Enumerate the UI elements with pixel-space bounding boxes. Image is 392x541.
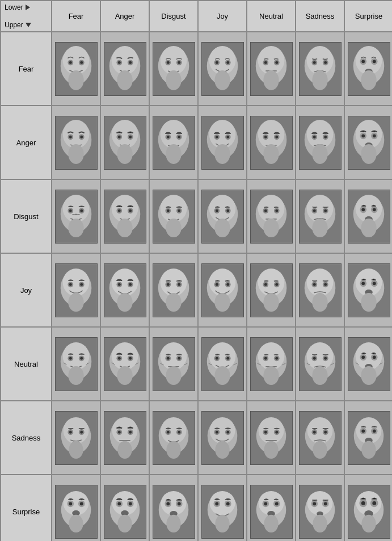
svg-point-150	[258, 195, 284, 223]
svg-point-247	[129, 357, 132, 359]
cell-disgust-sadness	[296, 179, 344, 253]
svg-point-138	[178, 209, 180, 212]
cell-surprise-joy	[198, 475, 247, 541]
svg-point-219	[313, 283, 315, 286]
svg-point-137	[166, 209, 169, 212]
svg-point-238	[68, 366, 83, 384]
svg-point-269	[214, 366, 230, 384]
svg-point-236	[69, 357, 71, 359]
cell-joy-anger	[100, 253, 149, 327]
svg-point-87	[215, 135, 218, 138]
svg-point-115	[361, 144, 376, 163]
svg-point-320	[117, 441, 132, 458]
svg-point-126	[111, 195, 138, 223]
svg-point-368	[69, 502, 72, 505]
svg-point-221	[312, 292, 327, 311]
svg-point-170	[361, 208, 365, 211]
cell-disgust-anger	[100, 179, 149, 253]
svg-point-162	[313, 209, 315, 212]
svg-point-395	[215, 502, 218, 505]
svg-point-288	[313, 357, 315, 359]
col-header-neutral: Neutral	[247, 1, 296, 32]
svg-point-248	[117, 366, 132, 384]
svg-point-397	[215, 514, 229, 532]
svg-point-89	[214, 144, 230, 163]
cell-neutral-surprise	[344, 327, 392, 401]
row-header-disgust: Disgust	[1, 179, 52, 253]
cell-sadness-anger	[100, 401, 149, 475]
col-header-sadness: Sadness	[296, 1, 344, 32]
cell-joy-fear	[52, 253, 100, 327]
emotion-grid: Lower Upper Fear Anger Disgust Joy Neutr…	[0, 0, 392, 541]
svg-point-256	[166, 357, 169, 359]
cell-fear-disgust	[149, 32, 198, 106]
cell-sadness-disgust	[149, 401, 198, 475]
row-header-neutral: Neutral	[1, 327, 52, 401]
svg-point-187	[117, 283, 120, 286]
svg-point-343	[275, 430, 278, 433]
svg-point-31	[214, 70, 230, 90]
svg-point-380	[117, 514, 132, 532]
cell-joy-sadness	[296, 253, 344, 327]
svg-point-145	[215, 209, 218, 212]
svg-point-189	[117, 292, 132, 311]
svg-point-246	[117, 357, 120, 359]
svg-point-377	[117, 502, 121, 505]
svg-point-353	[313, 441, 327, 458]
svg-point-415	[313, 514, 327, 532]
svg-point-131	[117, 218, 132, 237]
svg-point-134	[160, 195, 187, 223]
svg-point-121	[69, 209, 71, 212]
col-header-disgust: Disgust	[149, 1, 198, 32]
svg-point-371	[69, 514, 83, 532]
svg-point-208	[258, 269, 284, 296]
svg-point-64	[80, 135, 83, 138]
svg-point-421	[361, 501, 365, 505]
svg-point-6	[80, 61, 83, 64]
cell-anger-surprise	[344, 106, 392, 179]
svg-point-154	[275, 209, 278, 212]
col-header-anger: Anger	[100, 1, 149, 32]
corner-header: Lower Upper	[1, 1, 52, 32]
svg-point-173	[361, 218, 376, 237]
svg-point-301	[361, 366, 376, 384]
svg-point-264	[209, 342, 235, 370]
cell-joy-joy	[198, 253, 247, 327]
svg-point-80	[178, 135, 180, 138]
svg-point-334	[215, 430, 218, 433]
svg-point-38	[275, 61, 278, 64]
svg-point-147	[214, 218, 230, 237]
svg-point-7	[68, 70, 83, 90]
svg-point-230	[361, 292, 376, 311]
svg-point-278	[275, 357, 278, 359]
col-header-joy: Joy	[198, 1, 247, 32]
svg-point-163	[324, 209, 327, 212]
cell-anger-fear	[52, 106, 100, 179]
cell-joy-neutral	[247, 253, 296, 327]
svg-point-104	[313, 135, 315, 138]
svg-point-342	[264, 430, 267, 433]
svg-point-369	[79, 502, 83, 505]
svg-point-257	[178, 357, 180, 359]
svg-point-72	[129, 135, 132, 138]
svg-point-317	[117, 430, 120, 433]
svg-point-188	[129, 283, 132, 286]
svg-point-387	[177, 502, 180, 505]
cell-neutral-joy	[198, 327, 247, 401]
svg-point-13	[117, 61, 120, 64]
svg-point-413	[323, 502, 327, 505]
svg-point-146	[226, 209, 229, 212]
svg-point-196	[178, 283, 180, 286]
row-header-sadness: Sadness	[1, 401, 52, 475]
svg-point-268	[226, 357, 229, 359]
svg-point-79	[166, 135, 169, 138]
svg-point-96	[275, 135, 278, 138]
svg-point-195	[166, 283, 169, 286]
svg-point-205	[214, 292, 230, 311]
svg-point-48	[312, 70, 327, 90]
svg-point-213	[263, 292, 279, 311]
svg-point-204	[226, 283, 229, 286]
svg-point-318	[129, 430, 132, 433]
svg-point-203	[215, 283, 218, 286]
svg-point-65	[68, 144, 83, 163]
